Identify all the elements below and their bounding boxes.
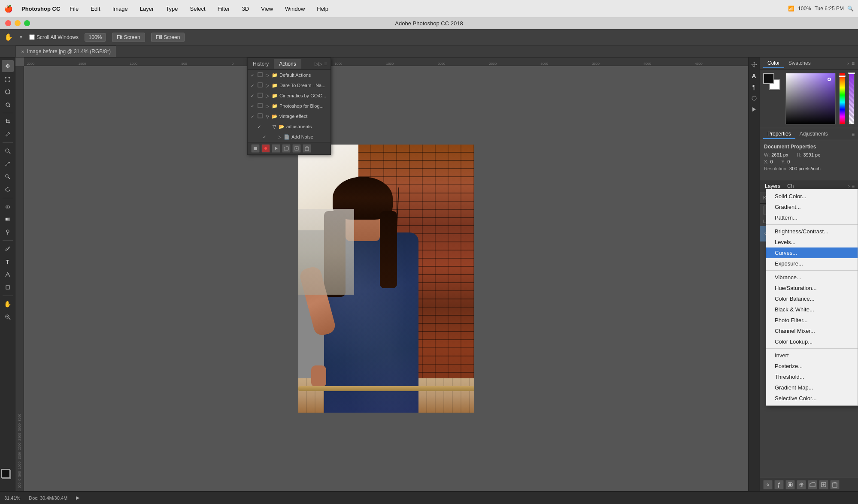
action-arrow-1[interactable]: ▷ (265, 72, 270, 78)
action-toggle-5[interactable] (257, 113, 263, 119)
action-arrow-6[interactable]: ▽ (272, 124, 277, 130)
menu-file[interactable]: File (67, 5, 81, 13)
action-arrow-4[interactable]: ▷ (265, 103, 270, 109)
ha-record-btn[interactable] (261, 144, 270, 153)
dropdown-curves[interactable]: Curves... (766, 247, 858, 258)
brush-tool-btn[interactable] (2, 158, 14, 170)
layers-menu-icon[interactable]: ≡ (852, 183, 855, 189)
minimize-button[interactable] (15, 20, 21, 26)
menu-window[interactable]: Window (282, 5, 307, 13)
action-toggle-4[interactable] (257, 103, 263, 109)
dropdown-photo-filter[interactable]: Photo Filter... (766, 315, 858, 326)
fg-color-btn[interactable] (763, 73, 774, 84)
action-arrow-3[interactable]: ▷ (265, 93, 270, 99)
hue-slider[interactable] (839, 73, 845, 124)
color-panel-menu-icon[interactable]: ≡ (852, 60, 855, 66)
ha-expand-icon[interactable]: ▷▷ (315, 61, 322, 67)
dodge-tool-btn[interactable] (2, 226, 14, 238)
pen-tool-btn[interactable] (2, 243, 14, 255)
zoom-input[interactable] (85, 33, 106, 42)
adjustments-tab[interactable]: Adjustments (795, 130, 832, 139)
dropdown-selective-color[interactable]: Selective Color... (766, 393, 858, 404)
action-arrow-5[interactable]: ▽ (265, 114, 270, 119)
action-arrow-2[interactable]: ▷ (265, 83, 270, 88)
layers-collapse-icon[interactable]: › (848, 183, 850, 189)
alpha-slider[interactable] (849, 73, 855, 124)
rib-move-icon[interactable] (749, 60, 759, 69)
menu-image[interactable]: Image (110, 5, 130, 13)
menu-view[interactable]: View (258, 5, 276, 13)
ha-play-btn[interactable] (272, 144, 280, 153)
color-gradient-picker[interactable] (785, 73, 836, 124)
foreground-color-swatch[interactable] (1, 469, 10, 478)
menu-select[interactable]: Select (187, 5, 208, 13)
hue-handle[interactable] (839, 75, 846, 77)
status-arrow[interactable]: ▶ (76, 495, 79, 501)
rib-color-icon[interactable] (749, 94, 759, 103)
ha-stop-btn[interactable] (251, 144, 260, 153)
ha-delete-btn[interactable] (303, 144, 311, 153)
action-item-vintage[interactable]: ✓ ▽ 📂 vintage effect (248, 111, 330, 121)
menu-search-icon[interactable]: 🔍 (847, 6, 854, 12)
dropdown-vibrance[interactable]: Vibrance... (766, 272, 858, 283)
dropdown-brightness[interactable]: Brightness/Contrast... (766, 226, 858, 237)
link-layers-btn[interactable] (763, 480, 773, 489)
gradient-tool-btn[interactable] (2, 213, 14, 225)
doc-tab-close[interactable]: ✕ (21, 49, 24, 54)
document-tab[interactable]: ✕ Image before.jpg @ 31.4% (RGB/8*) (15, 45, 116, 57)
action-item-addnoise[interactable]: ✓ ▷ 📄 Add Noise (248, 132, 330, 142)
fill-screen-button[interactable]: Fill Screen (151, 33, 185, 42)
hand-icon[interactable]: ✋ (4, 33, 13, 41)
lasso-tool-btn[interactable] (2, 86, 14, 98)
ha-folder-btn[interactable] (282, 144, 291, 153)
heal-tool-btn[interactable] (2, 145, 14, 157)
rib-play-icon[interactable] (749, 105, 759, 114)
action-item-cinematic[interactable]: ✓ ▷ 📁 Cinematics by GOiC... (248, 91, 330, 101)
menu-filter[interactable]: Filter (215, 5, 233, 13)
type-tool-btn[interactable]: T (2, 256, 14, 268)
action-item-blog[interactable]: ✓ ▷ 📁 Photoshop for Blog... (248, 101, 330, 111)
dropdown-gradient-map[interactable]: Gradient Map... (766, 382, 858, 393)
add-mask-btn[interactable] (785, 480, 795, 489)
dropdown-exposure[interactable]: Exposure... (766, 258, 858, 269)
delete-layer-btn[interactable] (830, 480, 840, 489)
new-group-btn[interactable] (808, 480, 817, 489)
dropdown-black-white[interactable]: Black & White... (766, 304, 858, 315)
ha-new-btn[interactable] (292, 144, 301, 153)
marquee-tool-btn[interactable]: ⬚ (2, 73, 14, 85)
close-button[interactable] (5, 20, 11, 26)
history-brush-btn[interactable] (2, 184, 14, 196)
dropdown-pattern[interactable]: Pattern... (766, 212, 858, 223)
hand-tool-btn[interactable]: ✋ (2, 298, 14, 310)
menu-3d[interactable]: 3D (240, 5, 252, 13)
dropdown-channel-mixer[interactable]: Channel Mixer... (766, 326, 858, 336)
swatches-tab[interactable]: Swatches (784, 59, 815, 68)
move-tool-btn[interactable]: ✥ (2, 60, 14, 72)
scroll-all-label[interactable]: Scroll All Windows (29, 34, 79, 40)
rib-para-icon[interactable]: ¶ (749, 82, 759, 92)
menu-help[interactable]: Help (314, 5, 331, 13)
add-layer-style-btn[interactable]: ƒ (774, 480, 784, 489)
rib-text-icon[interactable]: A (749, 71, 759, 81)
dropdown-posterize[interactable]: Posterize... (766, 361, 858, 371)
dropdown-invert[interactable]: Invert (766, 350, 858, 361)
scroll-all-checkbox[interactable] (29, 34, 35, 40)
menu-layer[interactable]: Layer (137, 5, 157, 13)
action-item-adjustments[interactable]: ✓ ▽ 📂 adjustments (248, 121, 330, 132)
action-toggle-2[interactable] (257, 82, 263, 88)
action-arrow-7[interactable]: ▷ (277, 134, 282, 140)
dropdown-color-lookup[interactable]: Color Lookup... (766, 336, 858, 347)
new-layer-btn[interactable] (819, 480, 828, 489)
alpha-handle[interactable] (848, 72, 855, 74)
dropdown-levels[interactable]: Levels... (766, 237, 858, 247)
dropdown-color-balance[interactable]: Color Balance... (766, 293, 858, 304)
options-arrow[interactable]: ▼ (19, 35, 23, 39)
zoom-tool-btn[interactable] (2, 311, 14, 323)
color-tab[interactable]: Color (763, 59, 784, 68)
ha-menu-icon[interactable]: ≡ (324, 61, 327, 67)
dropdown-gradient[interactable]: Gradient... (766, 202, 858, 212)
maximize-button[interactable] (24, 20, 30, 26)
canvas-image-area[interactable] (24, 66, 748, 491)
action-toggle-3[interactable] (257, 93, 263, 99)
fit-screen-button[interactable]: Fit Screen (112, 33, 145, 42)
